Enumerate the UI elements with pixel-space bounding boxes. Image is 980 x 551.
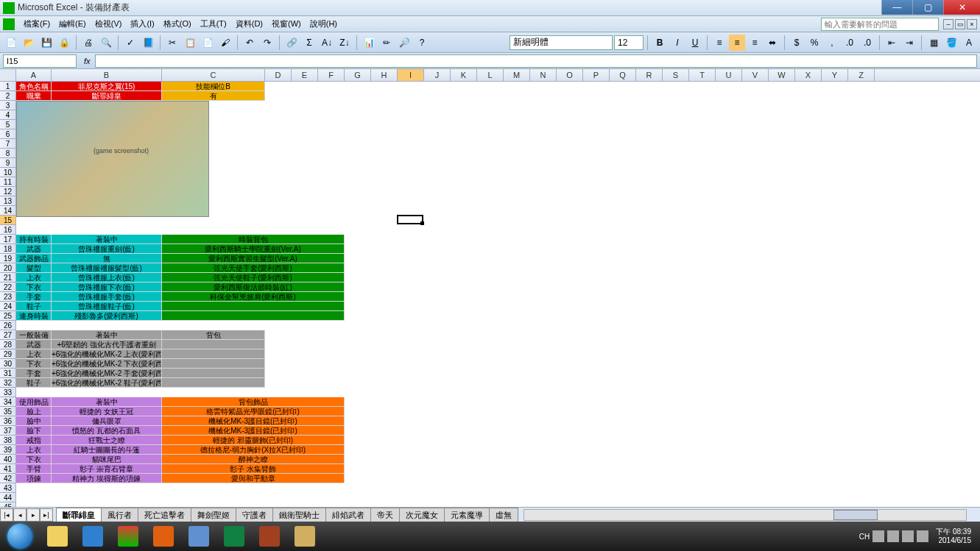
column-header[interactable]: L [477,69,504,81]
row-header[interactable]: 1 [0,82,16,91]
column-header[interactable]: V [742,69,769,81]
format-painter-button[interactable]: 🖌 [217,35,233,51]
folder-taskbar-icon[interactable] [181,522,216,551]
column-header[interactable]: D [265,69,292,81]
sheet-tab[interactable]: 虛無 [489,508,518,522]
borders-button[interactable]: ▦ [926,35,942,51]
menu-item[interactable]: 視窗(W) [267,19,306,28]
row-header[interactable]: 35 [0,407,16,416]
formula-input[interactable] [95,54,977,68]
cell[interactable]: 有 [162,91,265,101]
row-header[interactable]: 18 [0,244,16,254]
dec-indent-button[interactable]: ⇤ [884,35,900,51]
tab-nav-first-button[interactable]: |◂ [0,508,13,522]
cell[interactable]: 機械化MK-3護目鏡(已封印) [162,416,345,426]
row-header[interactable]: 2 [0,91,16,101]
row-header[interactable]: 8 [0,149,16,158]
volume-icon[interactable] [917,530,928,542]
column-header[interactable]: B [52,69,162,81]
cell[interactable]: 著裝中 [52,397,162,407]
ime-indicator[interactable]: CH [859,533,870,541]
sheet-tab[interactable]: 次元魔女 [399,508,445,522]
undo-button[interactable]: ↶ [242,35,258,51]
cell[interactable]: 項鍊 [16,474,52,483]
research-button[interactable]: 📘 [140,35,156,51]
row-header[interactable]: 29 [0,349,16,359]
sheet-tab[interactable]: 死亡追擊者 [138,508,191,522]
align-right-button[interactable]: ≡ [747,35,763,51]
spreadsheet-grid[interactable]: ABCDEFGHIJKLMNOPQRSTUVWXYZ 1234567891011… [0,69,980,507]
menu-item[interactable]: 工具(T) [196,19,231,28]
cell[interactable]: 臉下 [16,426,52,436]
menu-item[interactable]: 編輯(E) [54,19,91,28]
row-header[interactable]: 14 [0,206,16,216]
column-header[interactable]: U [716,69,742,81]
network-icon[interactable] [902,530,914,542]
cell[interactable]: 貓咪尾巴 [52,455,162,464]
cell[interactable]: 殘影魯多(愛利西斯) [52,311,162,321]
cell[interactable]: 曾珠禮服重劍(藍) [52,244,162,254]
cell[interactable]: +6強化的機械化MK-2 鞋子(愛利西斯) [52,378,162,388]
open-button[interactable]: 📂 [21,35,37,51]
cell[interactable]: 使用飾品 [16,397,52,407]
chrome-taskbar-icon[interactable] [110,522,146,551]
column-header[interactable]: I [398,69,424,81]
column-header[interactable]: T [689,69,716,81]
dec-decimal-button[interactable]: .0 [859,35,875,51]
row-header[interactable]: 32 [0,378,16,388]
cut-button[interactable]: ✂ [164,35,180,51]
cell[interactable]: 武器飾品 [16,254,52,263]
row-header[interactable]: 11 [0,177,16,187]
fx-label[interactable]: fx [80,57,95,65]
column-header[interactable]: N [530,69,557,81]
row-header[interactable]: 20 [0,263,16,273]
cell[interactable]: 髮型 [16,263,52,273]
row-header[interactable]: 40 [0,455,16,464]
cell[interactable]: 紅騎士團團長的斗篷 [52,445,162,455]
column-header[interactable]: J [424,69,451,81]
cell[interactable]: 狂戰士之瞭 [52,436,162,445]
embedded-game-screenshot[interactable] [16,101,209,217]
row-header[interactable]: 34 [0,397,16,407]
cell[interactable]: 手套 [16,292,52,302]
merge-button[interactable]: ⬌ [764,35,780,51]
row-header[interactable]: 33 [0,388,16,397]
tab-nav-next-button[interactable]: ▸ [27,508,40,522]
align-left-button[interactable]: ≡ [711,35,727,51]
paste-button[interactable]: 📄 [200,35,216,51]
column-header[interactable]: P [583,69,610,81]
row-header[interactable]: 19 [0,254,16,263]
cell[interactable]: 著裝中 [52,235,162,244]
copy-button[interactable]: 📋 [182,35,198,51]
row-header[interactable]: 4 [0,110,16,120]
cell[interactable]: 愛與和平勳章 [162,474,345,483]
underline-button[interactable]: U [687,35,703,51]
select-all-corner[interactable] [0,69,16,81]
column-header[interactable]: A [16,69,52,81]
cell[interactable]: +6強化的機械化MK-2 上衣(愛利西斯) [52,349,162,359]
cell[interactable]: 角色名稱 [16,82,52,91]
cell[interactable]: 上衣 [16,445,52,455]
save-button[interactable]: 💾 [38,35,54,51]
row-header[interactable]: 22 [0,282,16,292]
cell[interactable]: 弦光天使鞋子(愛利西斯) [162,273,345,282]
cell[interactable]: 愛利西斯騎士學院重劍(Ver.A) [162,244,345,254]
cell[interactable]: 彰子 水集臂飾 [162,464,345,474]
app-taskbar-icon[interactable] [252,522,287,551]
cell[interactable]: 曾珠禮服手套(藍) [52,292,162,302]
horizontal-scrollbar[interactable] [524,509,967,521]
cell[interactable]: 醉神之瞭 [162,455,345,464]
cell[interactable] [162,302,345,311]
row-header[interactable]: 7 [0,139,16,149]
row-header[interactable]: 38 [0,436,16,445]
name-box[interactable]: I15 [3,54,77,68]
column-header[interactable]: X [795,69,822,81]
row-header[interactable]: 42 [0,474,16,483]
cell[interactable]: 曾珠禮服上衣(藍) [52,273,162,282]
cell[interactable]: 手臂 [16,464,52,474]
column-header[interactable]: S [663,69,689,81]
cell[interactable]: 格雷特紫晶光學眼鏡(已封印) [162,407,345,416]
paint-taskbar-icon[interactable] [287,522,322,551]
ie-taskbar-icon[interactable] [75,522,110,551]
cell[interactable]: 職業 [16,91,52,101]
